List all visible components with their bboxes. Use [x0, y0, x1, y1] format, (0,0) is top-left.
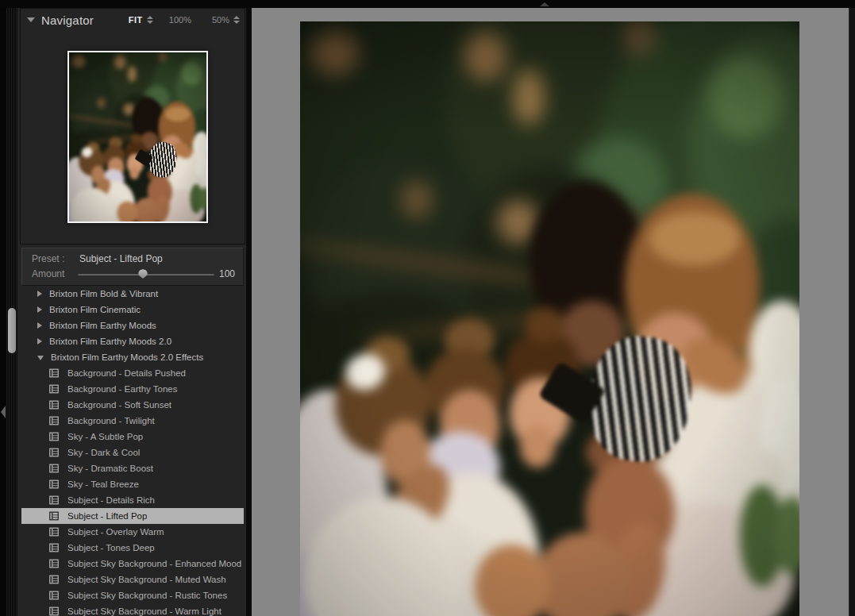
- amount-label: Amount: [32, 268, 73, 279]
- preset-table-icon: [49, 591, 59, 600]
- preset-table-icon: [49, 464, 59, 473]
- preset-group-row[interactable]: Brixton Film Bold & Vibrant: [21, 286, 244, 302]
- preset-row-label: Sky - A Subtle Pop: [67, 432, 143, 441]
- disclosure-collapsed-icon[interactable]: [37, 306, 42, 313]
- preset-table-icon: [49, 527, 59, 537]
- preset-row-label: Background - Earthy Tones: [67, 384, 178, 394]
- preset-row[interactable]: Subject Sky Background - Rustic Tones: [21, 587, 244, 603]
- disclosure-collapsed-icon[interactable]: [37, 291, 42, 297]
- navigator-zoom-controls: FIT 100% 50%: [129, 15, 245, 25]
- preset-table-icon: [49, 511, 59, 521]
- preset-group-row[interactable]: Brixton Film Cinematic: [21, 302, 244, 318]
- preset-row[interactable]: Subject Sky Background - Enhanced Mood: [21, 556, 244, 572]
- preset-row-label: Subject - Overlay Warm: [67, 527, 164, 537]
- preset-row-label: Subject Sky Background - Muted Wash: [67, 575, 226, 584]
- preset-row[interactable]: Background - Earthy Tones: [21, 381, 244, 397]
- top-panel-expand-icon[interactable]: [540, 2, 549, 6]
- preset-table-icon: [49, 495, 59, 505]
- preset-label: Preset :: [32, 253, 73, 264]
- preset-group-row[interactable]: Brixton Film Earthy Moods: [21, 318, 244, 333]
- develop-photo[interactable]: [300, 21, 799, 616]
- amount-value: 100: [219, 268, 235, 279]
- preset-row-label: Subject - Tones Deep: [67, 543, 155, 552]
- amount-slider[interactable]: [78, 268, 214, 279]
- preset-table-icon: [49, 448, 59, 457]
- disclosure-expanded-icon[interactable]: [37, 356, 44, 360]
- navigator-title: Navigator: [41, 13, 94, 27]
- left-panel: Navigator FIT 100% 50%: [17, 8, 246, 616]
- right-panel-edge[interactable]: [849, 8, 855, 616]
- left-panel-collapse-icon[interactable]: [1, 406, 6, 418]
- preset-row-label: Background - Details Pushed: [67, 368, 186, 378]
- zoom-fit-updown-icon[interactable]: [147, 16, 153, 24]
- preset-row-label: Brixton Film Earthy Moods: [49, 321, 156, 330]
- preset-table-icon: [49, 400, 59, 410]
- preset-row[interactable]: Background - Twilight: [21, 413, 244, 429]
- navigator-header[interactable]: Navigator FIT 100% 50%: [21, 9, 245, 31]
- preset-row[interactable]: Background - Details Pushed: [21, 365, 244, 381]
- preset-row-label: Sky - Dark & Cool: [67, 448, 140, 457]
- preset-row-label: Subject Sky Background - Enhanced Mood: [67, 559, 241, 568]
- top-panel-collapsed-bar[interactable]: [0, 0, 855, 8]
- preset-row-label: Brixton Film Earthy Moods 2.0 Effects: [51, 352, 203, 362]
- left-panel-scrollbar[interactable]: [8, 308, 16, 353]
- zoom-custom-updown-icon[interactable]: [233, 16, 240, 24]
- photo-vignette: [69, 52, 206, 221]
- preset-table-icon: [49, 368, 59, 378]
- preset-preview-box: Preset : Subject - Lifted Pop Amount 100: [21, 248, 244, 286]
- panel-divider[interactable]: [246, 8, 252, 616]
- preset-table-icon: [49, 575, 59, 584]
- preset-row[interactable]: Subject Sky Background - Warm Light: [21, 603, 244, 616]
- amount-slider-handle[interactable]: [138, 269, 148, 279]
- disclosure-collapsed-icon[interactable]: [37, 338, 42, 345]
- preset-table-icon: [49, 479, 59, 489]
- preset-row[interactable]: Subject - Details Rich: [21, 492, 244, 508]
- preset-row[interactable]: Background - Soft Sunset: [21, 397, 244, 413]
- photo-composition: [300, 21, 799, 616]
- preset-row-label: Subject - Lifted Pop: [67, 511, 147, 521]
- preset-row-label: Subject Sky Background - Warm Light: [67, 606, 221, 616]
- preset-row-label: Sky - Dramatic Boost: [67, 464, 153, 473]
- navigator-thumbnail[interactable]: [67, 51, 208, 223]
- preset-row-label: Background - Twilight: [67, 416, 155, 425]
- preset-row[interactable]: Sky - Dramatic Boost: [21, 460, 244, 476]
- preset-row[interactable]: Subject - Lifted Pop: [21, 508, 244, 524]
- preset-row-label: Subject - Details Rich: [67, 495, 155, 505]
- preset-row[interactable]: Subject Sky Background - Muted Wash: [21, 572, 244, 587]
- preset-value: Subject - Lifted Pop: [79, 253, 163, 264]
- preset-row-label: Brixton Film Earthy Moods 2.0: [49, 337, 171, 346]
- preset-row[interactable]: Subject - Overlay Warm: [21, 524, 244, 540]
- navigator-collapse-icon[interactable]: [27, 17, 35, 22]
- preset-row-label: Background - Soft Sunset: [67, 400, 171, 410]
- preset-row[interactable]: Sky - A Subtle Pop: [21, 429, 244, 445]
- preset-row[interactable]: Subject - Tones Deep: [21, 540, 244, 556]
- preset-table-icon: [49, 606, 59, 616]
- preset-table-icon: [49, 559, 59, 568]
- preset-row-label: Sky - Teal Breeze: [67, 479, 139, 489]
- photo-vignette: [300, 21, 799, 616]
- preset-group-row[interactable]: Brixton Film Earthy Moods 2.0: [21, 333, 244, 349]
- window-left-edge: [0, 0, 6, 616]
- preset-row[interactable]: Sky - Teal Breeze: [21, 476, 244, 492]
- zoom-fit-button[interactable]: FIT: [129, 15, 143, 25]
- preset-table-icon: [49, 384, 59, 394]
- preset-table-icon: [49, 543, 59, 552]
- preset-table-icon: [49, 416, 59, 425]
- preset-row-label: Subject Sky Background - Rustic Tones: [67, 591, 227, 600]
- preset-row[interactable]: Sky - Dark & Cool: [21, 445, 244, 460]
- navigator-panel: Navigator FIT 100% 50%: [20, 8, 245, 244]
- photo-composition: [69, 52, 206, 221]
- preset-list: Brixton Film Bold & VibrantBrixton Film …: [21, 286, 244, 616]
- zoom-100-button[interactable]: 100%: [169, 15, 191, 25]
- preset-table-icon: [49, 432, 59, 441]
- preset-row-label: Brixton Film Bold & Vibrant: [49, 289, 158, 298]
- preset-row-label: Brixton Film Cinematic: [49, 305, 141, 314]
- zoom-50-button[interactable]: 50%: [212, 15, 229, 25]
- disclosure-collapsed-icon[interactable]: [37, 322, 42, 329]
- preset-group-row[interactable]: Brixton Film Earthy Moods 2.0 Effects: [21, 349, 244, 365]
